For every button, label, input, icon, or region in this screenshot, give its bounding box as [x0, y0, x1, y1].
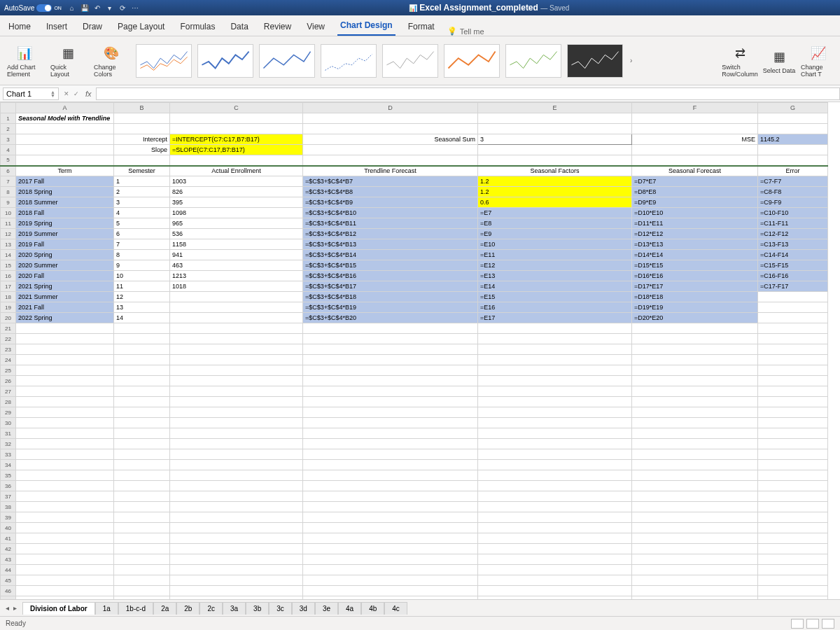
- sheet-tab-2c[interactable]: 2c: [200, 602, 223, 615]
- namebox-spinner[interactable]: ▲▼: [50, 90, 55, 97]
- chart-style-1[interactable]: [136, 44, 192, 78]
- col-header-D[interactable]: D: [303, 103, 478, 113]
- hdr-semester[interactable]: Semester: [114, 166, 170, 176]
- chart-style-8[interactable]: [567, 44, 623, 78]
- col-header-B[interactable]: B: [114, 103, 170, 113]
- add-chart-element-button[interactable]: 📊 Add Chart Element: [7, 44, 42, 78]
- sheet-tab-3c[interactable]: 3c: [269, 602, 292, 615]
- sheet-tab-4c[interactable]: 4c: [384, 602, 407, 615]
- tab-chart-design[interactable]: Chart Design: [337, 16, 396, 36]
- chart-style-3[interactable]: [259, 44, 315, 78]
- sheet-tab-division[interactable]: Division of Labor: [22, 602, 95, 615]
- tab-review[interactable]: Review: [261, 18, 294, 36]
- cell-C3[interactable]: =INTERCEPT(C7:C17,B7:B17): [170, 134, 303, 145]
- refresh-icon[interactable]: ⟳: [118, 3, 127, 13]
- status-bar: Ready: [0, 616, 840, 630]
- view-normal[interactable]: [791, 619, 804, 629]
- hdr-factors[interactable]: Seasonal Factors: [478, 166, 632, 176]
- chart-style-4[interactable]: [321, 44, 377, 78]
- cell-A1[interactable]: Seasonal Model with Trendline: [16, 113, 114, 124]
- chart-style-6[interactable]: [444, 44, 500, 78]
- home-icon[interactable]: ⌂: [67, 3, 77, 13]
- sheet-tab-1a[interactable]: 1a: [95, 602, 118, 615]
- sheet-tab-2b[interactable]: 2b: [176, 602, 200, 615]
- switch-icon: ⇄: [731, 44, 749, 62]
- add-element-icon: 📊: [15, 44, 34, 62]
- hdr-seasonal[interactable]: Seasonal Forecast: [632, 166, 758, 176]
- sheet-tab-3e[interactable]: 3e: [315, 602, 338, 615]
- sheet-tab-3d[interactable]: 3d: [292, 602, 315, 615]
- hdr-term[interactable]: Term: [16, 166, 114, 176]
- tab-view[interactable]: View: [304, 18, 328, 36]
- tab-data[interactable]: Data: [227, 18, 251, 36]
- quick-layout-button[interactable]: ▦ Quick Layout: [50, 44, 85, 78]
- tab-page-layout[interactable]: Page Layout: [115, 18, 167, 36]
- document-title: 📊 Excel Assignment_completed — Saved: [143, 3, 836, 13]
- sheet-tab-3b[interactable]: 3b: [246, 602, 269, 615]
- col-header-C[interactable]: C: [170, 103, 303, 113]
- autosave-toggle[interactable]: AutoSave ON: [4, 4, 62, 12]
- autosave-label: AutoSave: [4, 4, 34, 12]
- fx-icon[interactable]: fx: [81, 90, 96, 98]
- ribbon-tabs: Home Insert Draw Page Layout Formulas Da…: [0, 15, 840, 36]
- cell-G3[interactable]: 1145.2: [758, 134, 828, 145]
- palette-icon: 🎨: [102, 44, 120, 62]
- worksheet[interactable]: A B C D E F G 1Seasonal Model with Trend…: [0, 102, 840, 599]
- select-data-button[interactable]: ▦ Select Data: [762, 48, 797, 74]
- cells-grid[interactable]: A B C D E F G 1Seasonal Model with Trend…: [0, 102, 828, 599]
- cell-F3[interactable]: MSE: [632, 134, 758, 145]
- chart-style-more[interactable]: ›: [627, 57, 635, 64]
- title-bar: AutoSave ON ⌂ 💾 ↶ ▾ ⟳ ⋯ 📊 Excel Assignme…: [0, 0, 840, 15]
- chart-style-7[interactable]: [505, 44, 561, 78]
- formula-input[interactable]: [96, 88, 840, 100]
- hdr-trendline[interactable]: Trendline Forecast: [303, 166, 478, 176]
- more-icon[interactable]: ⋯: [130, 3, 140, 13]
- formula-bar-row: Chart 1 ▲▼ ✕ ✓ fx: [0, 85, 840, 102]
- tab-home[interactable]: Home: [6, 18, 34, 36]
- hdr-error[interactable]: Error: [758, 166, 828, 176]
- select-data-icon: ▦: [770, 48, 788, 66]
- ribbon: 📊 Add Chart Element ▦ Quick Layout 🎨 Cha…: [0, 36, 840, 85]
- cell-C4[interactable]: =SLOPE(C7:C17,B7:B17): [170, 145, 303, 155]
- switch-row-column-button[interactable]: ⇄ Switch Row/Column: [722, 44, 757, 78]
- col-header-A[interactable]: A: [16, 103, 114, 113]
- chart-style-5[interactable]: [382, 44, 438, 78]
- sheet-tab-2a[interactable]: 2a: [153, 602, 176, 615]
- enter-icon[interactable]: ✓: [71, 90, 81, 97]
- name-box[interactable]: Chart 1 ▲▼: [3, 88, 59, 100]
- chart-style-2[interactable]: [197, 44, 253, 78]
- sheet-tab-1bcd[interactable]: 1b-c-d: [118, 602, 153, 615]
- tab-format[interactable]: Format: [405, 18, 438, 36]
- autosave-state: ON: [54, 6, 62, 10]
- tab-formulas[interactable]: Formulas: [177, 18, 218, 36]
- col-header-F[interactable]: F: [632, 103, 758, 113]
- tell-me[interactable]: 💡 Tell me: [447, 27, 484, 36]
- cell-B4[interactable]: Slope: [114, 145, 170, 155]
- view-page-break[interactable]: [822, 619, 834, 629]
- col-header-E[interactable]: E: [478, 103, 632, 113]
- change-colors-button[interactable]: 🎨 Change Colors: [94, 44, 129, 78]
- sheet-tabs: ◂▸ Division of Labor 1a 1b-c-d 2a 2b 2c …: [0, 599, 840, 616]
- redo-dropdown-icon[interactable]: ▾: [105, 3, 115, 13]
- save-icon[interactable]: 💾: [80, 3, 90, 13]
- hdr-actual[interactable]: Actual Enrollment: [170, 166, 303, 176]
- sheet-nav[interactable]: ◂▸: [0, 604, 22, 612]
- sheet-tab-3a[interactable]: 3a: [223, 602, 246, 615]
- sheet-tab-4a[interactable]: 4a: [338, 602, 361, 615]
- bulb-icon: 💡: [447, 27, 457, 36]
- tab-insert[interactable]: Insert: [43, 18, 70, 36]
- cell-A7[interactable]: 2017 Fall: [16, 176, 114, 187]
- change-chart-type-button[interactable]: 📈 Change Chart T: [801, 44, 836, 78]
- col-header-G[interactable]: G: [758, 103, 828, 113]
- cancel-icon[interactable]: ✕: [62, 90, 71, 97]
- autosave-switch[interactable]: [36, 4, 52, 12]
- tab-draw[interactable]: Draw: [80, 18, 105, 36]
- cell-E3[interactable]: 3: [478, 134, 632, 145]
- quick-layout-icon: ▦: [59, 44, 77, 62]
- sheet-tab-4b[interactable]: 4b: [361, 602, 384, 615]
- view-page-layout[interactable]: [806, 619, 819, 629]
- select-all[interactable]: [1, 103, 16, 113]
- undo-icon[interactable]: ↶: [92, 3, 102, 13]
- cell-B3[interactable]: Intercept: [114, 134, 170, 145]
- cell-D3[interactable]: Seasonal Sum: [303, 134, 478, 145]
